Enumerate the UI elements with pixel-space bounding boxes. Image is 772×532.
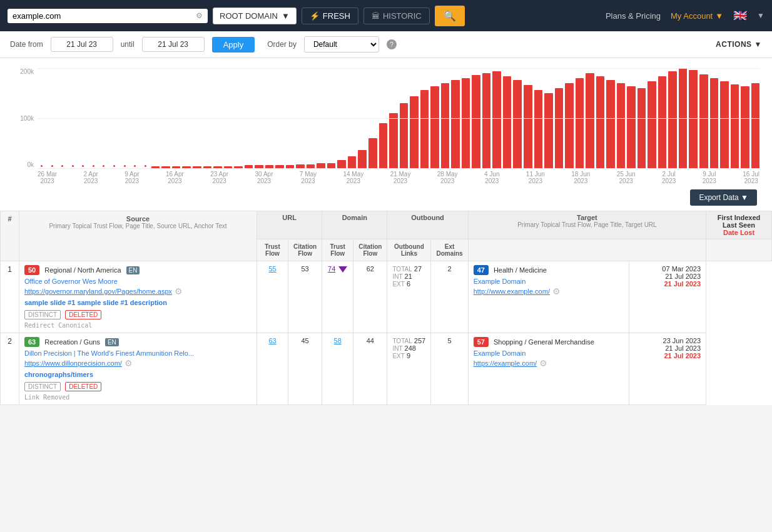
- chart-bar: [472, 75, 480, 168]
- chart-bar: [430, 86, 439, 168]
- chart-bar: [544, 93, 553, 168]
- chart-bar: [451, 80, 460, 168]
- domain-trust-flow[interactable]: 74: [322, 261, 353, 333]
- language-flag[interactable]: 🇬🇧: [733, 9, 747, 23]
- chart-bar: [565, 83, 574, 168]
- status-text: Redirect Canonical: [24, 322, 251, 329]
- chart-bar: [606, 80, 615, 168]
- col-header-dates-empty: [706, 239, 772, 261]
- last-seen-date: 21 Jul 2023: [634, 273, 701, 280]
- target-settings-icon[interactable]: ⚙: [552, 286, 561, 296]
- page-title[interactable]: Dillon Precision | The World's Finest Am…: [24, 349, 251, 357]
- historic-button[interactable]: 🏛 HISTORIC: [363, 8, 430, 24]
- nav-right: Plans & Pricing My Account ▼ 🇬🇧 ▼: [606, 9, 764, 23]
- target-domain-name[interactable]: Example Domain: [474, 349, 624, 357]
- fresh-button[interactable]: ⚡ FRESH: [302, 8, 358, 24]
- chevron-down-icon: ▼: [282, 11, 290, 21]
- help-icon[interactable]: ?: [387, 39, 397, 49]
- target-trust-badge: 47: [474, 265, 489, 275]
- chart-xaxis: 26 Mar2023 2 Apr2023 9 Apr2023 16 Apr202…: [38, 171, 759, 184]
- first-indexed-date: 07 Mar 2023: [634, 265, 701, 273]
- top-navbar: example.com ⚙ ROOT DOMAIN ▼ ⚡ FRESH 🏛 HI…: [0, 0, 772, 31]
- search-input[interactable]: example.com: [13, 11, 192, 21]
- last-seen-date: 21 Jul 2023: [634, 344, 701, 352]
- apply-button[interactable]: Apply: [212, 37, 255, 53]
- chart-bar: [720, 81, 729, 168]
- chart-bar: [503, 76, 512, 168]
- source-url-link[interactable]: https://www.dillonprecision.com/: [24, 359, 122, 367]
- chart-bar: [555, 88, 564, 168]
- anchor-text[interactable]: chronographs/timers: [24, 371, 251, 378]
- language-badge: EN: [105, 338, 119, 346]
- target-cell: 57 Shopping / General Merchandise Exampl…: [468, 333, 629, 405]
- outbound-links-cell: TOTAL 257 INT 248 EXT 9: [387, 333, 431, 405]
- account-link[interactable]: My Account ▼: [671, 11, 723, 21]
- historic-icon: 🏛: [372, 11, 380, 21]
- filter-bar: Date from 21 Jul 23 until 21 Jul 23 Appl…: [0, 31, 772, 58]
- chart-bar: [668, 71, 677, 168]
- target-trust-badge: 57: [474, 337, 489, 347]
- row-number: 2: [1, 333, 19, 405]
- table-row: 1 50 Regional / North America EN Office …: [1, 261, 772, 333]
- page-title[interactable]: Office of Governor Wes Moore: [24, 278, 251, 285]
- distinct-tag: DISTINCT: [24, 382, 61, 391]
- search-submit-button[interactable]: 🔍: [435, 6, 465, 26]
- search-box[interactable]: example.com ⚙: [8, 9, 208, 23]
- chart-bar: [368, 138, 377, 168]
- target-url-link[interactable]: http://www.example.com/: [474, 288, 550, 295]
- outbound-int: 248: [405, 344, 416, 352]
- table-row: 2 63 Recreation / Guns EN Dillon Precisi…: [1, 333, 772, 405]
- url-trust-flow[interactable]: 63: [257, 333, 288, 405]
- chevron-down-icon: ▼: [715, 11, 723, 21]
- chart-bar: [513, 80, 522, 168]
- col-header-url-trust: Trust Flow: [257, 239, 288, 261]
- source-settings-icon[interactable]: ⚙: [124, 358, 133, 368]
- outbound-int: 21: [405, 273, 412, 280]
- date-lost: 21 Jul 2023: [634, 352, 701, 359]
- actions-button[interactable]: ACTIONS ▼: [716, 40, 762, 49]
- until-label: until: [121, 40, 135, 49]
- dates-cell: 23 Jun 2023 21 Jul 2023 21 Jul 2023: [629, 333, 706, 405]
- col-header-url-citation: Citation Flow: [288, 239, 322, 261]
- row-number: 1: [1, 261, 19, 333]
- source-category: Regional / North America: [44, 266, 121, 274]
- date-from-input[interactable]: 21 Jul 23: [51, 37, 113, 52]
- search-gear-icon[interactable]: ⚙: [196, 11, 203, 20]
- chevron-down-icon[interactable]: ▼: [757, 11, 764, 20]
- source-url-link[interactable]: https://governor.maryland.gov/Pages/home…: [24, 288, 172, 295]
- outbound-total: 27: [414, 265, 422, 273]
- anchor-text[interactable]: sample slide #1 sample slide #1 descript…: [24, 299, 251, 306]
- date-until-input[interactable]: 21 Jul 23: [142, 37, 205, 52]
- domain-type-select[interactable]: ROOT DOMAIN ▼: [213, 8, 297, 24]
- chart-bar: [400, 103, 409, 168]
- domain-citation-flow: 44: [353, 333, 387, 405]
- target-url-link[interactable]: https://example.com/: [474, 359, 537, 367]
- target-domain-name[interactable]: Example Domain: [474, 278, 624, 285]
- url-trust-flow[interactable]: 55: [257, 261, 288, 333]
- chart-bar: [389, 113, 398, 168]
- target-category: Shopping / General Merchandise: [494, 338, 594, 346]
- chart-bar: [492, 71, 501, 168]
- chart-bar: [410, 96, 419, 168]
- chart-bar: [576, 78, 584, 168]
- chart-bar: [379, 123, 388, 168]
- col-group-target: Target Primary Topical Trust Flow, Page …: [468, 211, 706, 239]
- source-settings-icon[interactable]: ⚙: [175, 286, 183, 296]
- chart-bar: [441, 83, 450, 168]
- target-category: Health / Medicine: [494, 266, 547, 274]
- col-header-target-empty: [468, 239, 706, 261]
- chart-bar: [617, 83, 626, 168]
- deleted-tag: DELETED: [65, 382, 101, 391]
- col-header-ext-domains: Ext Domains: [431, 239, 468, 261]
- plans-pricing-link[interactable]: Plans & Pricing: [606, 11, 661, 21]
- chart-bar: [731, 84, 739, 168]
- domain-trust-flow[interactable]: 58: [322, 333, 353, 405]
- chart-bar: [637, 88, 646, 168]
- export-data-button[interactable]: Export Data ▼: [690, 189, 757, 206]
- target-settings-icon[interactable]: ⚙: [539, 358, 547, 368]
- order-by-select[interactable]: Default: [304, 36, 379, 53]
- chart-bar: [596, 76, 605, 168]
- url-citation-flow: 45: [288, 333, 322, 405]
- bolt-icon: ⚡: [310, 11, 320, 21]
- chart-y-0k: 0k: [13, 161, 38, 168]
